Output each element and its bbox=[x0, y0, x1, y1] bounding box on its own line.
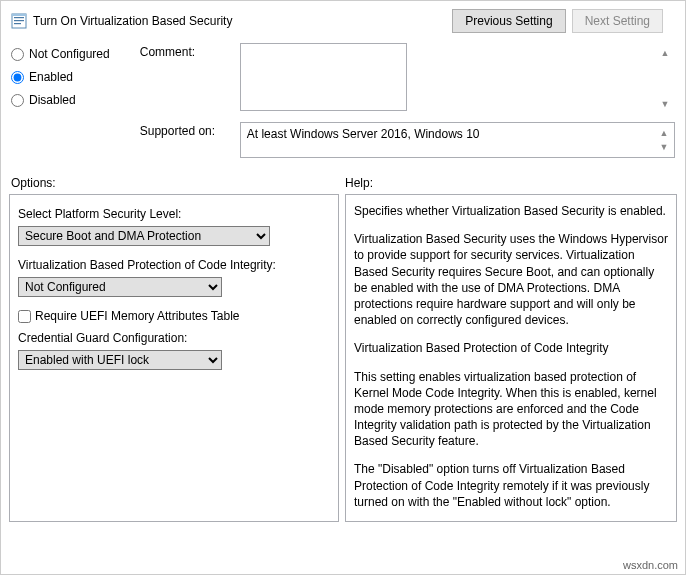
section-headers: Options: Help: bbox=[1, 158, 685, 194]
uefi-checkbox-row[interactable]: Require UEFI Memory Attributes Table bbox=[18, 309, 330, 323]
svg-rect-3 bbox=[14, 23, 21, 24]
vbp-label: Virtualization Based Protection of Code … bbox=[18, 258, 330, 272]
supported-label: Supported on: bbox=[140, 122, 232, 138]
nav-buttons: Previous Setting Next Setting bbox=[452, 9, 663, 33]
platform-security-label: Select Platform Security Level: bbox=[18, 207, 330, 221]
platform-security-select[interactable]: Secure Boot and DMA Protection bbox=[18, 226, 270, 246]
help-text: Virtualization Based Security uses the W… bbox=[354, 231, 668, 328]
svg-rect-2 bbox=[14, 20, 24, 21]
scroll-down-icon: ▼ bbox=[656, 139, 672, 155]
vbp-select[interactable]: Not Configured bbox=[18, 277, 222, 297]
page-title: Turn On Virtualization Based Security bbox=[33, 14, 232, 28]
panels: Select Platform Security Level: Secure B… bbox=[1, 194, 685, 522]
radio-disabled-label: Disabled bbox=[29, 93, 76, 107]
next-setting-button[interactable]: Next Setting bbox=[572, 9, 663, 33]
radio-not-configured-label: Not Configured bbox=[29, 47, 110, 61]
svg-rect-1 bbox=[14, 17, 24, 18]
help-label: Help: bbox=[345, 176, 373, 190]
supported-row: Supported on: At least Windows Server 20… bbox=[140, 122, 675, 158]
options-panel: Select Platform Security Level: Secure B… bbox=[9, 194, 339, 522]
comment-row: Comment: ▲ ▼ bbox=[140, 43, 675, 114]
scroll-up-icon: ▲ bbox=[657, 45, 673, 61]
config-row: Not Configured Enabled Disabled Comment:… bbox=[1, 37, 685, 158]
scroll-down-icon: ▼ bbox=[657, 96, 673, 112]
radio-enabled-input[interactable] bbox=[11, 71, 24, 84]
help-text: Specifies whether Virtualization Based S… bbox=[354, 203, 668, 219]
credential-guard-select[interactable]: Enabled with UEFI lock bbox=[18, 350, 222, 370]
radio-disabled[interactable]: Disabled bbox=[11, 93, 110, 107]
state-radio-group: Not Configured Enabled Disabled bbox=[11, 43, 110, 158]
credential-guard-label: Credential Guard Configuration: bbox=[18, 331, 330, 345]
options-label: Options: bbox=[11, 176, 337, 190]
comment-label: Comment: bbox=[140, 43, 232, 59]
svg-rect-4 bbox=[12, 14, 26, 16]
uefi-checkbox[interactable] bbox=[18, 310, 31, 323]
help-text: Virtualization Based Protection of Code … bbox=[354, 340, 668, 356]
uefi-checkbox-label: Require UEFI Memory Attributes Table bbox=[35, 309, 240, 323]
help-text: This setting enables virtualization base… bbox=[354, 369, 668, 450]
watermark: wsxdn.com bbox=[623, 559, 678, 571]
radio-enabled[interactable]: Enabled bbox=[11, 70, 110, 84]
title-bar: Turn On Virtualization Based Security Pr… bbox=[1, 1, 685, 37]
radio-not-configured-input[interactable] bbox=[11, 48, 24, 61]
comment-textarea[interactable] bbox=[240, 43, 407, 111]
fields: Comment: ▲ ▼ Supported on: At least Wind… bbox=[140, 43, 675, 158]
radio-enabled-label: Enabled bbox=[29, 70, 73, 84]
supported-box: At least Windows Server 2016, Windows 10… bbox=[240, 122, 675, 158]
help-text: The "Disabled" option turns off Virtuali… bbox=[354, 461, 668, 510]
supported-text: At least Windows Server 2016, Windows 10 bbox=[247, 127, 480, 141]
radio-disabled-input[interactable] bbox=[11, 94, 24, 107]
policy-icon bbox=[11, 13, 27, 29]
previous-setting-button[interactable]: Previous Setting bbox=[452, 9, 565, 33]
help-panel: Specifies whether Virtualization Based S… bbox=[345, 194, 677, 522]
radio-not-configured[interactable]: Not Configured bbox=[11, 47, 110, 61]
